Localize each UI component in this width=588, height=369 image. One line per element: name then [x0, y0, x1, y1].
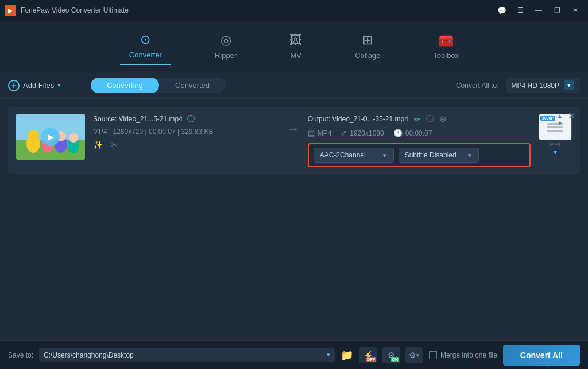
save-to-label: Save to:	[8, 351, 33, 359]
collage-nav-label: Collage	[355, 51, 380, 60]
output-thumb-image: 1080P	[539, 114, 572, 140]
trim-icon[interactable]: ✂	[111, 140, 118, 149]
item-nav-arrows: ▲ ▼	[557, 113, 563, 127]
format-dropdown-arrow-icon: ▾	[564, 80, 574, 90]
settings-toggle-on: ON	[391, 357, 400, 362]
resolution-meta-icon: ⤢	[341, 129, 347, 137]
add-files-button[interactable]: + Add Files ▾	[8, 80, 61, 91]
lightning-toggle-off: OFF	[366, 357, 376, 362]
merge-checkbox[interactable]	[429, 351, 437, 359]
format-label: MP4 HD 1080P	[512, 82, 559, 90]
toolbox-nav-icon: 🧰	[438, 33, 454, 48]
ripper-nav-label: Ripper	[215, 51, 237, 60]
converter-nav-label: Converter	[129, 51, 162, 59]
title-bar: ▶ FonePaw Video Converter Ultimate 💬 ☰ —…	[0, 0, 588, 21]
app-title: FonePaw Video Converter Ultimate	[21, 6, 129, 14]
lightning-tool-button[interactable]: ⚡ OFF	[359, 347, 377, 363]
main-content: ▶ Source: Video_21...5-21.mp4 ⓘ MP4 | 12…	[0, 99, 588, 340]
nav-item-toolbox[interactable]: 🧰 Toolbox	[424, 28, 468, 64]
audio-dropdown-label: AAC-2Channel	[320, 151, 366, 159]
magic-enhance-icon[interactable]: ✨	[93, 140, 103, 149]
merge-label: Merge into one file	[440, 351, 497, 359]
tab-group: Converting Converted	[91, 78, 226, 93]
file-source-label: Source: Video_21...5-21.mp4	[93, 115, 183, 123]
file-thumbnail: ▶	[16, 114, 85, 160]
close-item-button[interactable]: ✕	[568, 112, 575, 121]
output-duration-meta: 🕐 00:00:07	[393, 129, 432, 137]
maximize-button[interactable]: ❐	[549, 4, 565, 17]
merge-checkbox-area: Merge into one file	[429, 351, 497, 359]
nav-item-mv[interactable]: 🖼 MV	[280, 28, 311, 64]
audio-dropdown-arrow: ▼	[382, 152, 388, 159]
nav-bar: ⊙ Converter ◎ Ripper 🖼 MV ⊞ Collage 🧰 To…	[0, 21, 588, 72]
output-quality-badge: 1080P	[540, 116, 555, 121]
output-format-meta: ▤ MP4	[308, 129, 332, 137]
tab-converted[interactable]: Converted	[159, 78, 226, 93]
open-folder-button[interactable]: 📁	[341, 349, 353, 362]
convert-arrow: →	[287, 114, 300, 137]
save-path-dropdown-arrow: ▾	[327, 351, 330, 359]
file-meta: MP4 | 1280x720 | 00:00:07 | 329,83 KB	[93, 128, 279, 136]
save-path-text: C:\Users\changhong\Desktop	[44, 351, 324, 359]
thumbnail-overlay: ▶	[16, 114, 85, 160]
bottom-bar: Save to: C:\Users\changhong\Desktop ▾ 📁 …	[0, 340, 588, 369]
convert-format-selector[interactable]: MP4 HD 1080P ▾	[506, 78, 580, 93]
output-thumbnail: 1080P MP4 ▾	[539, 114, 572, 156]
subtitle-dropdown-arrow: ▼	[467, 152, 473, 159]
settings-tool-button[interactable]: ⚙ ON	[382, 347, 400, 363]
title-bar-left: ▶ FonePaw Video Converter Ultimate	[5, 5, 129, 16]
close-button[interactable]: ✕	[567, 4, 583, 17]
save-path-box[interactable]: C:\Users\changhong\Desktop ▾	[39, 348, 335, 362]
file-item: ▶ Source: Video_21...5-21.mp4 ⓘ MP4 | 12…	[8, 107, 580, 174]
output-edit-icon[interactable]: ✏	[414, 115, 420, 124]
add-files-plus-icon: +	[8, 80, 20, 91]
ripper-nav-icon: ◎	[220, 33, 231, 48]
title-bar-controls: 💬 ☰ — ❐ ✕	[494, 4, 583, 17]
nav-item-collage[interactable]: ⊞ Collage	[346, 28, 389, 64]
play-button[interactable]: ▶	[41, 128, 60, 146]
toolbar: + Add Files ▾ Converting Converted Conve…	[0, 72, 588, 99]
minimize-button[interactable]: —	[531, 4, 547, 17]
output-row1: Output: Video_21-0...-35-21.mp4 ✏ ⓘ ⊕	[308, 114, 531, 124]
source-info-icon[interactable]: ⓘ	[187, 114, 195, 124]
add-files-dropdown-arrow: ▾	[57, 82, 61, 89]
file-info: Source: Video_21...5-21.mp4 ⓘ MP4 | 1280…	[93, 114, 279, 149]
duration-meta-icon: 🕐	[393, 129, 403, 137]
output-format-value: MP4	[318, 129, 332, 137]
item-up-arrow[interactable]: ▲	[557, 113, 563, 120]
toolbox-nav-label: Toolbox	[433, 51, 459, 60]
subtitle-dropdown-label: Subtitle Disabled	[405, 151, 457, 159]
output-panel: Output: Video_21-0...-35-21.mp4 ✏ ⓘ ⊕ ▤ …	[308, 114, 531, 167]
converter-nav-icon: ⊙	[140, 32, 150, 47]
output-row2: ▤ MP4 ⤢ 1920x1080 🕐 00:00:07	[308, 129, 531, 137]
output-dropdowns-row: AAC-2Channel ▼ Subtitle Disabled ▼	[308, 143, 531, 167]
menu-button[interactable]: ☰	[512, 4, 528, 17]
nav-item-converter[interactable]: ⊙ Converter	[120, 28, 171, 65]
file-actions: ✨ ✂	[93, 140, 279, 149]
mv-nav-icon: 🖼	[289, 33, 302, 48]
output-resolution-meta: ⤢ 1920x1080	[341, 129, 384, 137]
file-source-row: Source: Video_21...5-21.mp4 ⓘ	[93, 114, 279, 124]
audio-dropdown[interactable]: AAC-2Channel ▼	[314, 148, 394, 163]
more-settings-button[interactable]: ⚙▾	[405, 347, 423, 363]
output-resolution-value: 1920x1080	[350, 129, 384, 137]
format-meta-icon: ▤	[308, 129, 315, 137]
bottom-tools: ⚡ OFF ⚙ ON ⚙▾	[359, 347, 423, 363]
output-label: Output: Video_21-0...-35-21.mp4	[308, 115, 408, 123]
output-info-icon[interactable]: ⓘ	[426, 114, 434, 124]
output-duration-value: 00:00:07	[405, 129, 432, 137]
app-icon: ▶	[5, 5, 16, 16]
convert-all-button[interactable]: Convert All	[503, 345, 580, 366]
chat-icon[interactable]: 💬	[494, 4, 510, 17]
tab-converting[interactable]: Converting	[91, 78, 159, 93]
mv-nav-label: MV	[290, 51, 301, 60]
subtitle-dropdown[interactable]: Subtitle Disabled ▼	[399, 148, 479, 163]
nav-item-ripper[interactable]: ◎ Ripper	[206, 28, 246, 64]
convert-all-to-label: Convert All to:	[456, 82, 499, 90]
output-format-badge: MP4	[550, 141, 561, 147]
output-thumb-dropdown-arrow[interactable]: ▾	[554, 148, 557, 156]
collage-nav-icon: ⊞	[362, 33, 373, 48]
output-upgrade-icon[interactable]: ⊕	[439, 114, 447, 124]
item-down-arrow[interactable]: ▼	[557, 120, 563, 127]
add-files-label: Add Files	[23, 81, 54, 90]
